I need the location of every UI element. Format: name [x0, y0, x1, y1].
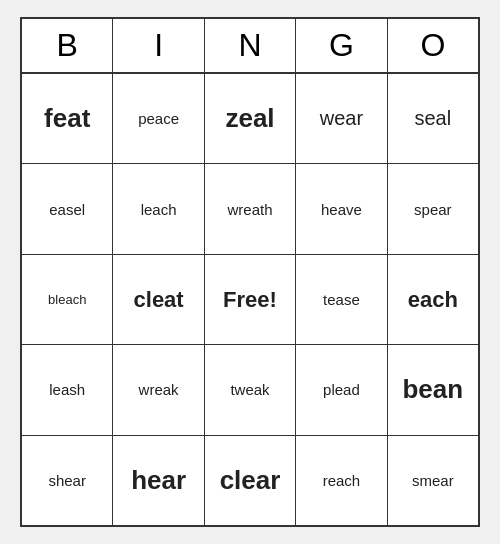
bingo-cell-5-5: smear: [388, 436, 478, 525]
cell-text: peace: [138, 110, 179, 127]
header-letter-i: I: [113, 19, 204, 72]
cell-text: wreak: [139, 381, 179, 398]
header-letter-g: G: [296, 19, 387, 72]
cell-text: leach: [141, 201, 177, 218]
bingo-row-4: leashwreaktweakpleadbean: [22, 345, 478, 435]
bingo-cell-1-3: zeal: [205, 74, 296, 163]
bingo-grid: featpeacezealwearsealeaselleachwreathhea…: [22, 74, 478, 525]
cell-text: bean: [402, 374, 463, 405]
header-letter-b: B: [22, 19, 113, 72]
cell-text: reach: [323, 472, 361, 489]
bingo-cell-3-3: Free!: [205, 255, 296, 344]
bingo-cell-2-3: wreath: [205, 164, 296, 253]
cell-text: bleach: [48, 292, 86, 307]
cell-text: clear: [220, 465, 281, 496]
cell-text: spear: [414, 201, 452, 218]
bingo-row-1: featpeacezealwearseal: [22, 74, 478, 164]
bingo-cell-2-5: spear: [388, 164, 478, 253]
cell-text: cleat: [134, 287, 184, 313]
bingo-cell-5-4: reach: [296, 436, 387, 525]
bingo-row-2: easelleachwreathheavespear: [22, 164, 478, 254]
cell-text: plead: [323, 381, 360, 398]
bingo-row-3: bleachcleatFree!teaseeach: [22, 255, 478, 345]
cell-text: Free!: [223, 287, 277, 313]
cell-text: leash: [49, 381, 85, 398]
bingo-cell-3-5: each: [388, 255, 478, 344]
bingo-cell-3-4: tease: [296, 255, 387, 344]
cell-text: each: [408, 287, 458, 313]
cell-text: seal: [414, 107, 451, 130]
bingo-cell-4-5: bean: [388, 345, 478, 434]
bingo-cell-5-2: hear: [113, 436, 204, 525]
cell-text: heave: [321, 201, 362, 218]
bingo-header: BINGO: [22, 19, 478, 74]
cell-text: tease: [323, 291, 360, 308]
bingo-cell-5-3: clear: [205, 436, 296, 525]
bingo-cell-1-1: feat: [22, 74, 113, 163]
bingo-cell-4-4: plead: [296, 345, 387, 434]
cell-text: shear: [48, 472, 86, 489]
bingo-cell-1-5: seal: [388, 74, 478, 163]
cell-text: tweak: [230, 381, 269, 398]
bingo-cell-1-2: peace: [113, 74, 204, 163]
bingo-cell-1-4: wear: [296, 74, 387, 163]
bingo-cell-3-1: bleach: [22, 255, 113, 344]
bingo-cell-3-2: cleat: [113, 255, 204, 344]
bingo-cell-2-2: leach: [113, 164, 204, 253]
cell-text: wreath: [228, 201, 273, 218]
header-letter-n: N: [205, 19, 296, 72]
cell-text: smear: [412, 472, 454, 489]
bingo-cell-4-3: tweak: [205, 345, 296, 434]
bingo-cell-4-2: wreak: [113, 345, 204, 434]
cell-text: feat: [44, 103, 90, 134]
cell-text: hear: [131, 465, 186, 496]
bingo-cell-5-1: shear: [22, 436, 113, 525]
header-letter-o: O: [388, 19, 478, 72]
bingo-card: BINGO featpeacezealwearsealeaselleachwre…: [20, 17, 480, 527]
cell-text: easel: [49, 201, 85, 218]
cell-text: wear: [320, 107, 363, 130]
bingo-cell-2-4: heave: [296, 164, 387, 253]
cell-text: zeal: [225, 103, 274, 134]
bingo-cell-2-1: easel: [22, 164, 113, 253]
bingo-row-5: shearhearclearreachsmear: [22, 436, 478, 525]
bingo-cell-4-1: leash: [22, 345, 113, 434]
